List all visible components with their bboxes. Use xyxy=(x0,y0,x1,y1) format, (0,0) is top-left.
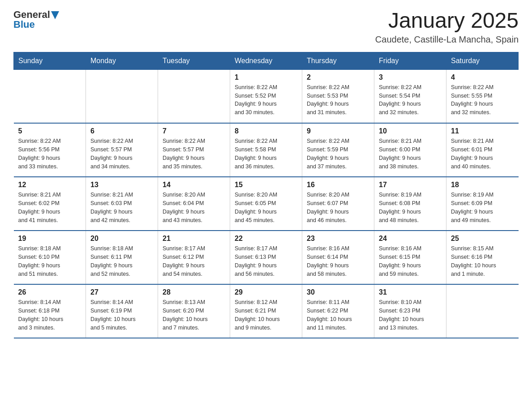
weekday-header-sunday: Sunday xyxy=(14,52,86,69)
day-info: Sunrise: 8:22 AM Sunset: 5:59 PM Dayligh… xyxy=(307,137,369,171)
day-number: 27 xyxy=(90,288,153,296)
day-number: 9 xyxy=(307,127,369,135)
day-number: 16 xyxy=(307,181,369,189)
calendar-cell: 9Sunrise: 8:22 AM Sunset: 5:59 PM Daylig… xyxy=(302,123,374,177)
calendar-cell: 2Sunrise: 8:22 AM Sunset: 5:53 PM Daylig… xyxy=(302,69,374,123)
calendar-cell: 14Sunrise: 8:20 AM Sunset: 6:04 PM Dayli… xyxy=(158,177,230,231)
day-info: Sunrise: 8:18 AM Sunset: 6:10 PM Dayligh… xyxy=(18,244,82,278)
calendar-cell: 11Sunrise: 8:21 AM Sunset: 6:01 PM Dayli… xyxy=(446,123,519,177)
day-number: 7 xyxy=(163,127,225,135)
weekday-header-wednesday: Wednesday xyxy=(230,52,302,69)
day-info: Sunrise: 8:13 AM Sunset: 6:20 PM Dayligh… xyxy=(163,298,225,332)
day-number: 26 xyxy=(18,288,82,296)
page-header: General Blue January 2025 Caudete, Casti… xyxy=(13,9,519,45)
day-info: Sunrise: 8:18 AM Sunset: 6:11 PM Dayligh… xyxy=(90,244,153,278)
day-number: 24 xyxy=(379,235,442,243)
day-number: 30 xyxy=(307,288,369,296)
day-info: Sunrise: 8:14 AM Sunset: 6:18 PM Dayligh… xyxy=(18,298,82,332)
day-info: Sunrise: 8:20 AM Sunset: 6:05 PM Dayligh… xyxy=(235,191,297,224)
day-info: Sunrise: 8:11 AM Sunset: 6:22 PM Dayligh… xyxy=(307,298,369,332)
day-info: Sunrise: 8:22 AM Sunset: 5:58 PM Dayligh… xyxy=(235,137,297,171)
calendar-cell: 31Sunrise: 8:10 AM Sunset: 6:23 PM Dayli… xyxy=(374,284,446,338)
logo-blue: Blue xyxy=(13,19,35,30)
day-number: 22 xyxy=(235,235,297,243)
weekday-header-monday: Monday xyxy=(86,52,158,69)
calendar-week-row: 1Sunrise: 8:22 AM Sunset: 5:52 PM Daylig… xyxy=(14,69,519,123)
day-number: 10 xyxy=(379,127,442,135)
day-number: 15 xyxy=(235,181,297,189)
day-info: Sunrise: 8:20 AM Sunset: 6:07 PM Dayligh… xyxy=(307,191,369,224)
day-number: 2 xyxy=(307,73,369,81)
calendar-cell: 29Sunrise: 8:12 AM Sunset: 6:21 PM Dayli… xyxy=(230,284,302,338)
month-title: January 2025 xyxy=(375,9,519,33)
day-info: Sunrise: 8:21 AM Sunset: 6:00 PM Dayligh… xyxy=(379,137,442,171)
day-number: 13 xyxy=(90,181,153,189)
day-info: Sunrise: 8:20 AM Sunset: 6:04 PM Dayligh… xyxy=(163,191,225,224)
day-info: Sunrise: 8:22 AM Sunset: 5:56 PM Dayligh… xyxy=(18,137,82,171)
logo-triangle-icon xyxy=(51,11,59,19)
calendar-cell xyxy=(14,69,86,123)
day-info: Sunrise: 8:22 AM Sunset: 5:52 PM Dayligh… xyxy=(235,83,297,117)
day-number: 3 xyxy=(379,73,442,81)
calendar-cell: 16Sunrise: 8:20 AM Sunset: 6:07 PM Dayli… xyxy=(302,177,374,231)
day-info: Sunrise: 8:22 AM Sunset: 5:57 PM Dayligh… xyxy=(163,137,225,171)
weekday-header-saturday: Saturday xyxy=(446,52,519,69)
location-title: Caudete, Castille-La Mancha, Spain xyxy=(375,34,519,45)
calendar-cell: 4Sunrise: 8:22 AM Sunset: 5:55 PM Daylig… xyxy=(446,69,519,123)
calendar-cell: 17Sunrise: 8:19 AM Sunset: 6:08 PM Dayli… xyxy=(374,177,446,231)
day-info: Sunrise: 8:12 AM Sunset: 6:21 PM Dayligh… xyxy=(235,298,297,332)
day-info: Sunrise: 8:22 AM Sunset: 5:57 PM Dayligh… xyxy=(90,137,153,171)
day-number: 18 xyxy=(451,181,514,189)
day-number: 4 xyxy=(451,73,514,81)
calendar-cell: 18Sunrise: 8:19 AM Sunset: 6:09 PM Dayli… xyxy=(446,177,519,231)
calendar-cell: 20Sunrise: 8:18 AM Sunset: 6:11 PM Dayli… xyxy=(86,231,158,284)
day-number: 19 xyxy=(18,235,82,243)
day-number: 20 xyxy=(90,235,153,243)
calendar-cell: 24Sunrise: 8:16 AM Sunset: 6:15 PM Dayli… xyxy=(374,231,446,284)
day-info: Sunrise: 8:17 AM Sunset: 6:12 PM Dayligh… xyxy=(163,244,225,278)
calendar-cell: 30Sunrise: 8:11 AM Sunset: 6:22 PM Dayli… xyxy=(302,284,374,338)
day-number: 5 xyxy=(18,127,82,135)
calendar-cell: 22Sunrise: 8:17 AM Sunset: 6:13 PM Dayli… xyxy=(230,231,302,284)
day-info: Sunrise: 8:21 AM Sunset: 6:02 PM Dayligh… xyxy=(18,191,82,224)
calendar-cell: 1Sunrise: 8:22 AM Sunset: 5:52 PM Daylig… xyxy=(230,69,302,123)
day-number: 29 xyxy=(235,288,297,296)
day-number: 11 xyxy=(451,127,514,135)
logo: General Blue xyxy=(13,9,59,30)
day-info: Sunrise: 8:22 AM Sunset: 5:55 PM Dayligh… xyxy=(451,83,514,117)
day-info: Sunrise: 8:19 AM Sunset: 6:09 PM Dayligh… xyxy=(451,191,514,224)
weekday-header-row: SundayMondayTuesdayWednesdayThursdayFrid… xyxy=(14,52,519,69)
calendar-cell: 3Sunrise: 8:22 AM Sunset: 5:54 PM Daylig… xyxy=(374,69,446,123)
calendar-week-row: 19Sunrise: 8:18 AM Sunset: 6:10 PM Dayli… xyxy=(14,231,519,284)
calendar-cell: 8Sunrise: 8:22 AM Sunset: 5:58 PM Daylig… xyxy=(230,123,302,177)
day-info: Sunrise: 8:17 AM Sunset: 6:13 PM Dayligh… xyxy=(235,244,297,278)
day-number: 12 xyxy=(18,181,82,189)
day-number: 17 xyxy=(379,181,442,189)
calendar-table: SundayMondayTuesdayWednesdayThursdayFrid… xyxy=(13,52,519,339)
svg-marker-0 xyxy=(51,11,59,19)
title-block: January 2025 Caudete, Castille-La Mancha… xyxy=(375,9,519,45)
day-number: 6 xyxy=(90,127,153,135)
calendar-cell: 5Sunrise: 8:22 AM Sunset: 5:56 PM Daylig… xyxy=(14,123,86,177)
calendar-cell: 23Sunrise: 8:16 AM Sunset: 6:14 PM Dayli… xyxy=(302,231,374,284)
calendar-cell: 10Sunrise: 8:21 AM Sunset: 6:00 PM Dayli… xyxy=(374,123,446,177)
day-info: Sunrise: 8:16 AM Sunset: 6:15 PM Dayligh… xyxy=(379,244,442,278)
calendar-cell xyxy=(158,69,230,123)
day-number: 28 xyxy=(163,288,225,296)
weekday-header-thursday: Thursday xyxy=(302,52,374,69)
day-info: Sunrise: 8:21 AM Sunset: 6:03 PM Dayligh… xyxy=(90,191,153,224)
day-info: Sunrise: 8:22 AM Sunset: 5:53 PM Dayligh… xyxy=(307,83,369,117)
calendar-cell: 26Sunrise: 8:14 AM Sunset: 6:18 PM Dayli… xyxy=(14,284,86,338)
calendar-cell: 7Sunrise: 8:22 AM Sunset: 5:57 PM Daylig… xyxy=(158,123,230,177)
calendar-week-row: 12Sunrise: 8:21 AM Sunset: 6:02 PM Dayli… xyxy=(14,177,519,231)
day-number: 25 xyxy=(451,235,514,243)
day-number: 23 xyxy=(307,235,369,243)
day-info: Sunrise: 8:22 AM Sunset: 5:54 PM Dayligh… xyxy=(379,83,442,117)
day-info: Sunrise: 8:15 AM Sunset: 6:16 PM Dayligh… xyxy=(451,244,514,278)
calendar-cell: 28Sunrise: 8:13 AM Sunset: 6:20 PM Dayli… xyxy=(158,284,230,338)
weekday-header-friday: Friday xyxy=(374,52,446,69)
calendar-cell xyxy=(446,284,519,338)
day-number: 1 xyxy=(235,73,297,81)
day-info: Sunrise: 8:10 AM Sunset: 6:23 PM Dayligh… xyxy=(379,298,442,332)
day-number: 21 xyxy=(163,235,225,243)
